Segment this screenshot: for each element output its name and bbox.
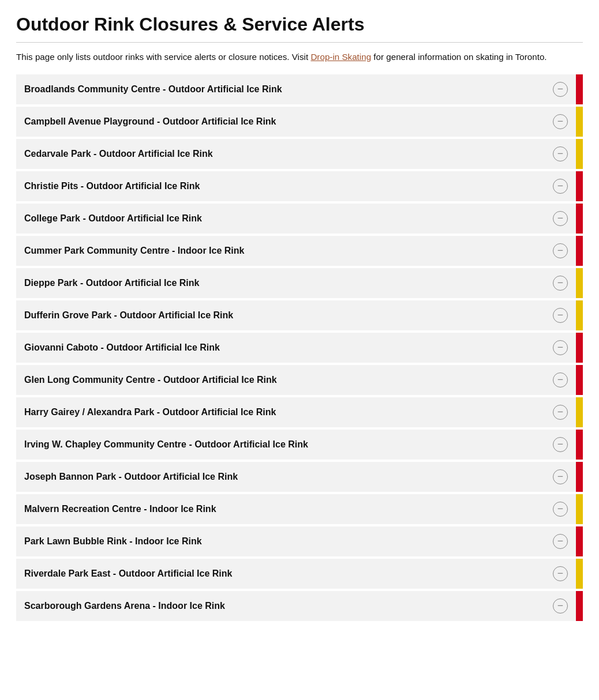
status-bar	[576, 300, 583, 330]
status-bar	[576, 236, 583, 266]
accordion-label: Harry Gairey / Alexandra Park - Outdoor …	[24, 407, 547, 417]
accordion-item: Joseph Bannon Park - Outdoor Artificial …	[16, 462, 583, 492]
status-bar	[576, 333, 583, 363]
minus-circle-icon: −	[553, 437, 568, 452]
status-bar	[576, 171, 583, 201]
drop-in-skating-link[interactable]: Drop-in Skating	[310, 52, 371, 62]
accordion-list: Broadlands Community Centre - Outdoor Ar…	[16, 74, 583, 621]
status-bar	[576, 204, 583, 234]
status-bar	[576, 494, 583, 524]
status-bar	[576, 430, 583, 460]
minus-circle-icon: −	[553, 114, 568, 129]
accordion-button[interactable]: Campbell Avenue Playground - Outdoor Art…	[16, 107, 576, 137]
accordion-item: Dieppe Park - Outdoor Artificial Ice Rin…	[16, 268, 583, 298]
accordion-button[interactable]: Malvern Recreation Centre - Indoor Ice R…	[16, 494, 576, 524]
accordion-item: Cedarvale Park - Outdoor Artificial Ice …	[16, 139, 583, 169]
minus-circle-icon: −	[553, 82, 568, 97]
minus-circle-icon: −	[553, 308, 568, 323]
accordion-button[interactable]: Joseph Bannon Park - Outdoor Artificial …	[16, 462, 576, 492]
intro-text: This page only lists outdoor rinks with …	[16, 51, 583, 64]
accordion-label: Riverdale Park East - Outdoor Artificial…	[24, 569, 547, 579]
title-divider	[16, 42, 583, 43]
accordion-label: Broadlands Community Centre - Outdoor Ar…	[24, 84, 547, 95]
accordion-label: College Park - Outdoor Artificial Ice Ri…	[24, 213, 547, 224]
accordion-item: Broadlands Community Centre - Outdoor Ar…	[16, 74, 583, 104]
accordion-label: Campbell Avenue Playground - Outdoor Art…	[24, 116, 547, 127]
accordion-item: Dufferin Grove Park - Outdoor Artificial…	[16, 300, 583, 330]
accordion-item: Malvern Recreation Centre - Indoor Ice R…	[16, 494, 583, 524]
accordion-label: Malvern Recreation Centre - Indoor Ice R…	[24, 504, 547, 514]
accordion-button[interactable]: Broadlands Community Centre - Outdoor Ar…	[16, 74, 576, 104]
accordion-item: Glen Long Community Centre - Outdoor Art…	[16, 365, 583, 395]
minus-circle-icon: −	[553, 276, 568, 291]
accordion-label: Park Lawn Bubble Rink - Indoor Ice Rink	[24, 536, 547, 547]
accordion-label: Cedarvale Park - Outdoor Artificial Ice …	[24, 149, 547, 159]
accordion-button[interactable]: Park Lawn Bubble Rink - Indoor Ice Rink−	[16, 526, 576, 556]
minus-circle-icon: −	[553, 599, 568, 614]
accordion-item: Giovanni Caboto - Outdoor Artificial Ice…	[16, 333, 583, 363]
minus-circle-icon: −	[553, 372, 568, 387]
status-bar	[576, 365, 583, 395]
accordion-button[interactable]: Irving W. Chapley Community Centre - Out…	[16, 430, 576, 460]
minus-circle-icon: −	[553, 179, 568, 194]
accordion-label: Dufferin Grove Park - Outdoor Artificial…	[24, 310, 547, 321]
accordion-item: Scarborough Gardens Arena - Indoor Ice R…	[16, 591, 583, 621]
minus-circle-icon: −	[553, 502, 568, 517]
accordion-item: Riverdale Park East - Outdoor Artificial…	[16, 559, 583, 589]
accordion-item: Park Lawn Bubble Rink - Indoor Ice Rink−	[16, 526, 583, 556]
status-bar	[576, 268, 583, 298]
accordion-button[interactable]: Christie Pits - Outdoor Artificial Ice R…	[16, 171, 576, 201]
accordion-label: Irving W. Chapley Community Centre - Out…	[24, 439, 547, 450]
status-bar	[576, 526, 583, 556]
page-title: Outdoor Rink Closures & Service Alerts	[16, 14, 583, 35]
accordion-button[interactable]: Harry Gairey / Alexandra Park - Outdoor …	[16, 397, 576, 427]
accordion-item: College Park - Outdoor Artificial Ice Ri…	[16, 204, 583, 234]
status-bar	[576, 591, 583, 621]
accordion-label: Dieppe Park - Outdoor Artificial Ice Rin…	[24, 278, 547, 288]
minus-circle-icon: −	[553, 566, 568, 581]
accordion-button[interactable]: Dufferin Grove Park - Outdoor Artificial…	[16, 300, 576, 330]
minus-circle-icon: −	[553, 469, 568, 484]
accordion-label: Scarborough Gardens Arena - Indoor Ice R…	[24, 601, 547, 611]
minus-circle-icon: −	[553, 146, 568, 161]
accordion-label: Glen Long Community Centre - Outdoor Art…	[24, 375, 547, 385]
accordion-button[interactable]: Cedarvale Park - Outdoor Artificial Ice …	[16, 139, 576, 169]
accordion-label: Cummer Park Community Centre - Indoor Ic…	[24, 246, 547, 256]
minus-circle-icon: −	[553, 534, 568, 549]
accordion-label: Christie Pits - Outdoor Artificial Ice R…	[24, 181, 547, 191]
minus-circle-icon: −	[553, 243, 568, 258]
minus-circle-icon: −	[553, 405, 568, 420]
accordion-button[interactable]: Cummer Park Community Centre - Indoor Ic…	[16, 236, 576, 266]
accordion-button[interactable]: Glen Long Community Centre - Outdoor Art…	[16, 365, 576, 395]
status-bar	[576, 559, 583, 589]
accordion-item: Cummer Park Community Centre - Indoor Ic…	[16, 236, 583, 266]
accordion-button[interactable]: Scarborough Gardens Arena - Indoor Ice R…	[16, 591, 576, 621]
accordion-label: Giovanni Caboto - Outdoor Artificial Ice…	[24, 343, 547, 353]
accordion-label: Joseph Bannon Park - Outdoor Artificial …	[24, 472, 547, 482]
minus-circle-icon: −	[553, 340, 568, 355]
status-bar	[576, 107, 583, 137]
accordion-item: Christie Pits - Outdoor Artificial Ice R…	[16, 171, 583, 201]
accordion-button[interactable]: Giovanni Caboto - Outdoor Artificial Ice…	[16, 333, 576, 363]
accordion-item: Irving W. Chapley Community Centre - Out…	[16, 430, 583, 460]
accordion-button[interactable]: Dieppe Park - Outdoor Artificial Ice Rin…	[16, 268, 576, 298]
accordion-button[interactable]: College Park - Outdoor Artificial Ice Ri…	[16, 204, 576, 234]
status-bar	[576, 397, 583, 427]
minus-circle-icon: −	[553, 211, 568, 226]
accordion-item: Harry Gairey / Alexandra Park - Outdoor …	[16, 397, 583, 427]
status-bar	[576, 139, 583, 169]
status-bar	[576, 74, 583, 104]
accordion-button[interactable]: Riverdale Park East - Outdoor Artificial…	[16, 559, 576, 589]
status-bar	[576, 462, 583, 492]
accordion-item: Campbell Avenue Playground - Outdoor Art…	[16, 107, 583, 137]
